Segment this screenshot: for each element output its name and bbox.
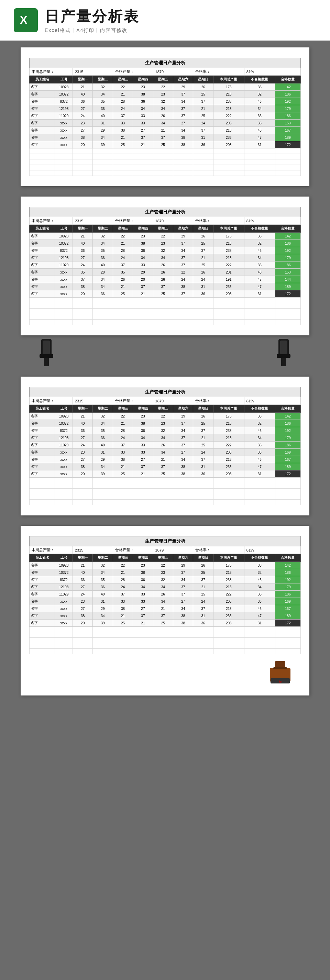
table-row: 名字83723635283632343723846192 — [30, 427, 301, 434]
table-row: 名字xxxx2039252125383620331172 — [30, 141, 301, 148]
val-total-1: 2315 — [73, 68, 113, 76]
title-row-2: 生产管理日产量分析 — [30, 207, 301, 217]
svg-text:X: X — [20, 14, 27, 26]
col-tue-1: 星期二 — [93, 76, 113, 83]
info-row-3: 本周总产量： 2315 合格产量： 1879 合格率： 81% — [30, 397, 301, 405]
sub-title: Excel格式丨A4打印丨内容可修改 — [45, 27, 140, 34]
col-header-1: 员工姓名 工号 星期一 星期二 星期三 星期四 星期五 星期六 星期日 本周总产… — [30, 76, 301, 83]
empty-row — [30, 500, 301, 505]
table-2: 生产管理日产量分析 本周总产量： 2315 合格产量： 1879 合格率： 81… — [29, 207, 301, 325]
empty-row — [30, 298, 301, 303]
svg-rect-3 — [43, 340, 50, 354]
excel-icon-label: X — [17, 11, 34, 30]
info-row-2: 本周总产量： 2315 合格产量： 1879 合格率： 81% — [30, 217, 301, 225]
col-total-1: 本周总产量 — [213, 76, 244, 83]
table-4: 生产管理日产量分析 本周总产量： 2315 合格产量： 1879 合格率： 81… — [29, 536, 301, 654]
table-row: 名字xxxx3528352926222620148153 — [30, 269, 301, 276]
empty-row — [30, 320, 301, 325]
main-title: 日产量分析表 — [45, 7, 140, 26]
svg-rect-9 — [281, 358, 286, 366]
stamp-area: 印 — [29, 658, 301, 685]
table-row: 名字121982736243434372121334179 — [30, 434, 301, 442]
binder-clips-row — [21, 346, 309, 366]
header: X 日产量分析表 Excel格式丨A4打印丨内容可修改 — [0, 0, 330, 41]
col-wed-1: 星期三 — [113, 76, 133, 83]
table-row: 名字103724034213823372521832186 — [30, 420, 301, 427]
bottom-spacer — [21, 706, 309, 716]
approval-stamp: 印 — [266, 658, 294, 685]
col-fri-1: 星期五 — [153, 76, 173, 83]
empty-row — [30, 494, 301, 500]
table-row: 名字121982736243434372121334179 — [30, 254, 301, 261]
table-row: 名字103724034213823372521832186 — [30, 240, 301, 247]
table-row: 名字xxxx2729382721343721346167 — [30, 127, 301, 134]
empty-row — [30, 477, 301, 483]
info-row-1: 本周总产量： 2315 合格产量： 1879 合格率： 81% — [30, 68, 301, 76]
table-row: 名字xxxx3734262026242419147144 — [30, 276, 301, 283]
empty-row — [30, 154, 301, 159]
table-row: 名字83723635283632343723846192 — [30, 576, 301, 584]
table-row: 名字109232132222322292617533142 — [30, 83, 301, 91]
label-rate-1: 合格率： — [193, 68, 244, 76]
empty-row — [30, 159, 301, 165]
table-row: 名字83723635283632343723846192 — [30, 98, 301, 105]
table-title-2: 生产管理日产量分析 — [30, 207, 301, 217]
title-row-4: 生产管理日产量分析 — [30, 536, 301, 546]
empty-row — [30, 148, 301, 154]
label-total-1: 本周总产量： — [30, 68, 73, 76]
pages-container: 生产管理日产量分析 本周总产量： 2315 合格产量： 1879 合格率： 81… — [0, 41, 330, 723]
table-row: 名字103724034213823372521832186 — [30, 569, 301, 576]
col-name-1: 员工姓名 — [30, 76, 55, 83]
table-row: 名字121982736243434372121334179 — [30, 584, 301, 591]
excel-icon: X — [14, 8, 38, 32]
table-row: 名字103724034213823372521832186 — [30, 91, 301, 98]
col-header-3: 员工姓名工号星期一星期二星期三星期四星期五星期六星期日本周总产量不合格数量合格数… — [30, 405, 301, 413]
table-row: 名字xxxx3834213737383123647189 — [30, 134, 301, 141]
table-row: 名字xxxx2331333334272420536169 — [30, 598, 301, 605]
page-1: 生产管理日产量分析 本周总产量： 2315 合格产量： 1879 合格率： 81… — [21, 48, 309, 186]
col-sun-1: 星期日 — [193, 76, 213, 83]
val-qualified-1: 1879 — [153, 68, 193, 76]
table-title-3: 生产管理日产量分析 — [30, 387, 301, 397]
table-row: 名字109232132222322292617533142 — [30, 413, 301, 420]
header-text: 日产量分析表 Excel格式丨A4打印丨内容可修改 — [45, 7, 140, 34]
table-title-4: 生产管理日产量分析 — [30, 536, 301, 546]
empty-row — [30, 303, 301, 309]
empty-row — [30, 165, 301, 170]
empty-row — [30, 483, 301, 488]
col-unqualified-1: 不合格数量 — [244, 76, 275, 83]
svg-rect-12 — [273, 667, 287, 669]
table-row: 名字109232132222322292617533142 — [30, 562, 301, 569]
title-row-1: 生产管理日产量分析 — [30, 58, 301, 68]
empty-row — [30, 638, 301, 643]
title-row-3: 生产管理日产量分析 — [30, 387, 301, 397]
empty-row — [30, 314, 301, 320]
table-row: 名字121982736243434372121334179 — [30, 105, 301, 112]
table-row: 名字xxxx2331333334272420536169 — [30, 449, 301, 456]
svg-rect-5 — [44, 358, 49, 366]
svg-text:印: 印 — [279, 680, 282, 684]
empty-row — [30, 643, 301, 649]
info-row-4: 本周总产量： 2315 合格产量： 1879 合格率： 81% — [30, 546, 301, 554]
table-row: 名字110292440373326372522236186 — [30, 261, 301, 269]
table-row: 名字xxxx3834213737383123647189 — [30, 283, 301, 290]
table-row: 名字xxxx2331333334272420536153 — [30, 119, 301, 127]
table-row: 名字109232132222322292617533142 — [30, 232, 301, 240]
table-row: 名字xxxx2036252125373620331172 — [30, 290, 301, 298]
col-header-2: 员工姓名工号星期一星期二星期三星期四星期五星期六星期日本周总产量不合格数量合格数… — [30, 225, 301, 232]
page-3: 生产管理日产量分析 本周总产量： 2315 合格产量： 1879 合格率： 81… — [21, 377, 309, 515]
col-qualified-1: 合格数量 — [275, 76, 300, 83]
empty-row — [30, 632, 301, 638]
empty-row — [30, 170, 301, 176]
col-mon-1: 星期一 — [73, 76, 92, 83]
table-row: 名字110292440373326372522236186 — [30, 591, 301, 598]
table-row: 名字xxxx2039252125383620331172 — [30, 471, 301, 477]
table-row: 名字xxxx2039252125383620331172 — [30, 620, 301, 627]
col-header-4: 员工姓名工号星期一星期二星期三星期四星期五星期六星期日本周总产量不合格数量合格数… — [30, 554, 301, 562]
right-binder-clip — [275, 339, 292, 366]
col-thu-1: 星期四 — [133, 76, 153, 83]
empty-row — [30, 309, 301, 314]
table-row: 名字110292440373326372522236186 — [30, 112, 301, 119]
val-rate-1: 81% — [244, 68, 300, 76]
table-row: 名字110292440373326372522236186 — [30, 442, 301, 449]
